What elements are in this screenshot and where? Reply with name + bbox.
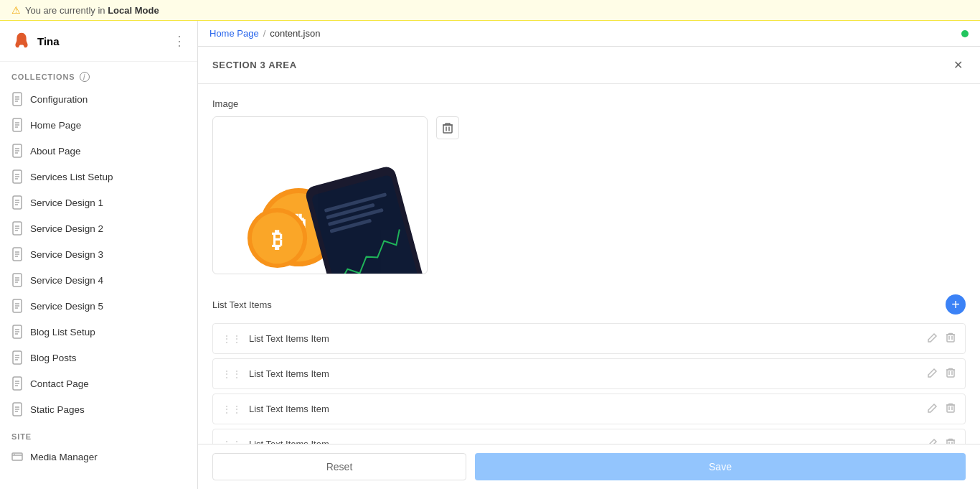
sidebar-item-label: About Page (30, 146, 81, 157)
sidebar-item-service-design-3[interactable]: Service Design 3 (0, 241, 197, 267)
list-item-row: ⋮⋮ List Text Items Item (212, 323, 966, 354)
doc-icon (11, 195, 23, 210)
local-mode-banner: ⚠ You are currently in Local Mode (0, 0, 980, 21)
section-panel: SECTION 3 AREA ✕ Image (198, 47, 980, 444)
sidebar-item-label: Static Pages (30, 404, 85, 415)
delete-list-item-button[interactable] (945, 401, 956, 416)
sidebar-item-label: Contact Page (30, 378, 89, 389)
doc-icon (11, 325, 23, 339)
nav-items-container: Configuration Home Page About Page Servi… (0, 86, 197, 422)
sidebar-logo: Tina (11, 31, 60, 51)
sidebar-item-service-design-5[interactable]: Service Design 5 (0, 293, 197, 319)
sidebar-item-blog-list-setup[interactable]: Blog List Setup (0, 319, 197, 345)
svg-rect-37 (947, 335, 954, 342)
sidebar-item-label: Services List Setup (30, 172, 113, 182)
sidebar-item-configuration[interactable]: Configuration (0, 86, 197, 112)
row-actions (926, 401, 956, 416)
doc-icon (11, 376, 23, 391)
section-body: Image ₿ ₿ (198, 84, 980, 444)
drag-handle[interactable]: ⋮⋮ (222, 333, 242, 345)
banner-text: You are currently in Local Mode (25, 5, 159, 16)
sidebar-item-blog-posts[interactable]: Blog Posts (0, 345, 197, 371)
doc-icon (11, 402, 23, 416)
sidebar-item-label: Service Design 2 (30, 223, 103, 234)
sidebar-item-service-design-4[interactable]: Service Design 4 (0, 267, 197, 293)
sidebar-item-label: Blog Posts (30, 353, 77, 363)
breadcrumb-separator: / (263, 28, 266, 39)
edit-list-item-button[interactable] (926, 437, 939, 444)
add-list-item-button[interactable]: + (946, 294, 966, 315)
sidebar-item-home-page[interactable]: Home Page (0, 112, 197, 138)
edit-icon (928, 368, 938, 378)
sidebar-item-label: Service Design 3 (30, 249, 103, 260)
warning-icon: ⚠ (11, 4, 21, 16)
list-items-label: List Text Items (212, 299, 272, 310)
row-actions (926, 366, 956, 381)
collections-info-icon[interactable]: i (80, 72, 90, 82)
breadcrumb-home[interactable]: Home Page (209, 28, 259, 39)
drag-handle[interactable]: ⋮⋮ (222, 404, 242, 415)
sidebar-item-label: Configuration (30, 94, 88, 105)
sidebar-item-label: Service Design 4 (30, 275, 103, 286)
row-actions (926, 331, 956, 346)
svg-rect-39 (947, 405, 954, 412)
sidebar-item-label: Blog List Setup (30, 327, 95, 337)
edit-icon (928, 332, 938, 343)
list-items-container: ⋮⋮ List Text Items Item ⋮⋮ List Text Ite… (212, 323, 966, 444)
sidebar-item-about-page[interactable]: About Page (0, 138, 197, 164)
list-item-text: List Text Items Item (249, 333, 926, 344)
trash-icon (946, 368, 955, 378)
section-title: SECTION 3 AREA (212, 60, 297, 70)
svg-point-16 (14, 454, 15, 455)
sidebar-item-media-manager[interactable]: Media Manager (0, 445, 197, 468)
sidebar-item-services-list-setup[interactable]: Services List Setup (0, 164, 197, 190)
delete-list-item-button[interactable] (945, 331, 956, 346)
breadcrumb: Home Page / content.json (209, 28, 320, 39)
close-section-button[interactable]: ✕ (951, 57, 966, 73)
sidebar-item-label: Home Page (30, 120, 81, 131)
llama-icon (11, 31, 32, 51)
list-item-row: ⋮⋮ List Text Items Item (212, 393, 966, 424)
doc-icon (11, 247, 23, 261)
list-item-text: List Text Items Item (249, 404, 926, 414)
sidebar-item-static-pages[interactable]: Static Pages (0, 396, 197, 422)
svg-text:₿: ₿ (272, 228, 283, 251)
delete-image-button[interactable] (436, 116, 459, 139)
list-item-text: List Text Items Item (249, 439, 926, 444)
collections-section-label: COLLECTIONS i (0, 62, 197, 86)
drag-handle[interactable]: ⋮⋮ (222, 368, 242, 380)
save-button[interactable]: Save (475, 453, 966, 480)
bottom-actions: Reset Save (198, 444, 980, 489)
drag-handle[interactable]: ⋮⋮ (222, 439, 242, 444)
reset-button[interactable]: Reset (212, 453, 466, 480)
sidebar-item-label: Service Design 5 (30, 301, 103, 312)
edit-list-item-button[interactable] (926, 366, 939, 381)
list-item-row: ⋮⋮ List Text Items Item (212, 358, 966, 389)
sidebar: Tina ⋮ COLLECTIONS i Configuration Home … (0, 21, 198, 489)
breadcrumb-bar: Home Page / content.json (198, 21, 980, 47)
svg-point-0 (19, 37, 21, 38)
sidebar-options-button[interactable]: ⋮ (173, 33, 186, 49)
doc-icon (11, 169, 23, 184)
svg-rect-38 (947, 370, 954, 377)
sidebar-item-service-design-2[interactable]: Service Design 2 (0, 215, 197, 241)
section-header: SECTION 3 AREA ✕ (198, 47, 980, 84)
delete-list-item-button[interactable] (945, 366, 956, 381)
row-actions (926, 437, 956, 444)
doc-icon (11, 92, 23, 106)
doc-icon (11, 273, 23, 287)
image-preview[interactable]: ₿ ₿ (212, 116, 428, 274)
doc-icon (11, 144, 23, 158)
doc-icon (11, 350, 23, 365)
delete-list-item-button[interactable] (945, 437, 956, 444)
image-container: ₿ ₿ (212, 116, 966, 274)
sidebar-item-service-design-1[interactable]: Service Design 1 (0, 190, 197, 215)
sidebar-item-contact-page[interactable]: Contact Page (0, 371, 197, 396)
list-items-header: List Text Items + (212, 294, 966, 315)
image-label: Image (212, 98, 966, 109)
main-content: Home Page / content.json SECTION 3 AREA … (198, 21, 980, 489)
app-name: Tina (37, 35, 60, 47)
edit-list-item-button[interactable] (926, 331, 939, 346)
edit-list-item-button[interactable] (926, 401, 939, 416)
edit-icon (928, 403, 938, 413)
